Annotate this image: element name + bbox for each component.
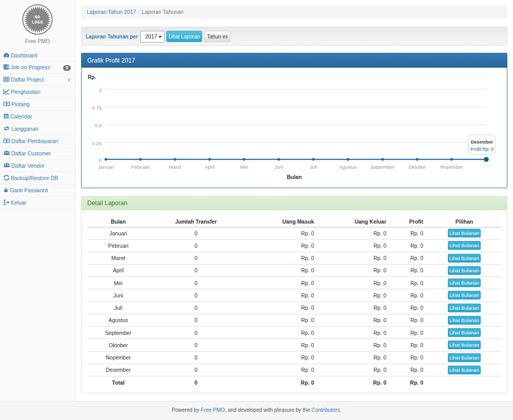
- svg-text:LOGO: LOGO: [32, 20, 43, 25]
- svg-text:Januari: Januari: [98, 164, 114, 170]
- svg-text:1: 1: [99, 87, 102, 93]
- svg-text:0: 0: [99, 157, 102, 163]
- svg-text:0.5: 0.5: [95, 123, 102, 128]
- svg-text:Pebruari: Pebruari: [131, 164, 150, 170]
- svg-text:Juli: Juli: [310, 164, 317, 170]
- svg-text:Maret: Maret: [169, 164, 182, 170]
- svg-text:NO: NO: [34, 15, 40, 19]
- svg-text:0.25: 0.25: [92, 141, 102, 146]
- svg-text:Mei: Mei: [240, 164, 248, 170]
- svg-text:Oktober: Oktober: [408, 164, 426, 170]
- svg-text:Juni: Juni: [274, 164, 283, 170]
- svg-text:Nopember: Nopember: [440, 164, 463, 170]
- svg-text:September: September: [370, 164, 394, 170]
- svg-text:Agustus: Agustus: [339, 164, 357, 170]
- svg-text:0.75: 0.75: [92, 105, 102, 111]
- svg-text:April: April: [205, 164, 214, 170]
